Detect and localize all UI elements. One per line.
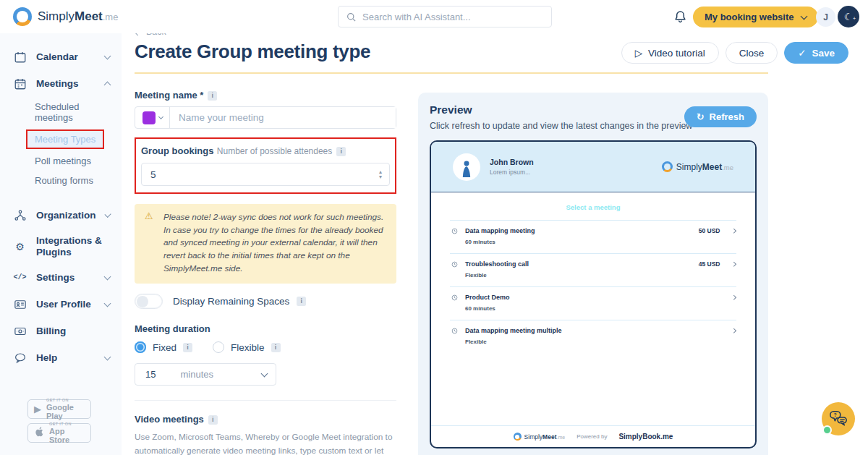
refresh-button[interactable]: ↻Refresh [684, 106, 757, 127]
radio-unselected-icon [213, 341, 224, 353]
close-button[interactable]: Close [726, 42, 778, 64]
info-icon[interactable]: i [208, 415, 218, 425]
booking-page-preview: John Brown Lorem ipsum... SimplyMeet.me … [430, 140, 757, 448]
sidebar-item-poll-meetings[interactable]: Poll meetings [0, 151, 122, 171]
remaining-spaces-row: Display Remaining Spaces i [135, 294, 396, 309]
toggle-label: Display Remaining Spaces [173, 296, 289, 307]
info-icon[interactable]: i [336, 147, 346, 156]
id-card-icon [13, 297, 27, 311]
footer-simplymeet-logo: SimplyMeet.me [514, 433, 566, 441]
notifications-bell-icon[interactable] [673, 9, 688, 27]
host-name: John Brown [490, 158, 534, 166]
meeting-name-input[interactable] [170, 107, 396, 128]
sidebar-item-routing-forms[interactable]: Routing forms [0, 171, 122, 190]
app-logo: SimplyMeet.me [13, 7, 118, 26]
sidebar-item-meeting-types-active[interactable]: Meeting Types [26, 129, 104, 149]
simplymeet-logo-icon [662, 161, 673, 172]
apple-icon [34, 426, 44, 441]
my-booking-website-button[interactable]: My booking website [693, 7, 818, 27]
clock-icon [451, 294, 458, 301]
clock-icon [451, 328, 458, 334]
help-chat-icon [13, 351, 27, 365]
info-icon[interactable]: i [297, 297, 306, 306]
app-root: SimplyMeet.me My booking website J ☾+ Ca… [0, 0, 868, 455]
preview-meeting-row[interactable]: Data mapping meeting multiple Flexible [450, 320, 736, 353]
clock-icon [451, 261, 458, 268]
code-icon: </> [13, 271, 27, 284]
chevron-down-icon [104, 52, 111, 59]
simplymeet-logo-text: SimplyMeet.me [38, 9, 118, 24]
live-chat-widget[interactable]: ? [822, 402, 855, 435]
search-icon [346, 12, 357, 22]
info-icon[interactable]: i [271, 343, 281, 352]
chevron-right-icon [731, 328, 736, 333]
preview-simplymeet-logo: SimplyMeet.me [662, 161, 733, 172]
search-input[interactable] [362, 12, 544, 22]
preview-meeting-row[interactable]: Troubleshooting call 45 USD Flexible [450, 253, 736, 286]
refresh-icon: ↻ [697, 111, 705, 122]
page-title: Create Group meeting type [135, 41, 370, 63]
check-icon: ✓ [798, 47, 806, 59]
sidebar-item-organization[interactable]: Organization [0, 202, 122, 229]
gears-icon: ⚙ [13, 239, 27, 253]
group-bookings-label: Group bookings Number of possible attend… [141, 144, 390, 157]
save-button[interactable]: ✓Save [784, 42, 848, 64]
app-store-badge[interactable]: GET IT ONApp Store [27, 423, 91, 443]
sidebar-item-meetings[interactable]: Meetings [0, 70, 122, 97]
sidebar-item-scheduled-meetings[interactable]: Scheduled meetings [0, 97, 122, 127]
google-play-icon: ▶ [34, 404, 41, 414]
chevron-up-icon [104, 82, 111, 89]
sidebar-item-settings[interactable]: </> Settings [0, 264, 122, 291]
preview-header: John Brown Lorem ipsum... SimplyMeet.me [431, 142, 755, 192]
sidebar-item-integrations[interactable]: ⚙ Integrations & Plugins [0, 229, 122, 264]
duration-select[interactable]: 15 minutes [135, 363, 276, 386]
select-meeting-label: Select a meeting [431, 203, 755, 211]
page-actions: ▷Video tutorial Close ✓Save [621, 42, 848, 64]
meeting-form: Meeting name *i Group bookings Number of… [135, 90, 396, 455]
chevron-down-icon [800, 12, 807, 20]
attendees-number-input[interactable] [150, 169, 194, 180]
meeting-name-label: Meeting name *i [135, 90, 396, 101]
radio-selected-icon [135, 341, 146, 353]
preview-meeting-row[interactable]: Data mapping meeting 50 USD 60 minutes [450, 220, 736, 253]
top-header: SimplyMeet.me My booking website J ☾+ [0, 0, 868, 33]
sidebar-item-help[interactable]: Help [0, 344, 122, 371]
radio-flexible[interactable]: Flexiblei [213, 341, 281, 353]
chevron-right-icon [731, 229, 736, 233]
simplymeet-logo-icon [514, 433, 522, 441]
radio-fixed[interactable]: Fixedi [135, 341, 192, 353]
host-avatar [453, 153, 480, 181]
duration-type-radios: Fixedi Flexiblei [135, 341, 396, 353]
sidebar: Calendar Meetings Scheduled meetings Mee… [0, 33, 122, 455]
section-divider [135, 400, 396, 401]
user-avatar[interactable]: J [816, 7, 835, 27]
money-icon [13, 324, 27, 338]
display-remaining-spaces-toggle[interactable] [135, 294, 163, 309]
ai-search-bar[interactable] [338, 6, 552, 27]
meetings-icon [13, 77, 27, 90]
chevron-right-icon [731, 262, 736, 266]
color-swatch [142, 111, 156, 124]
info-icon[interactable]: i [208, 91, 217, 101]
color-picker-dropdown[interactable] [135, 107, 170, 128]
meeting-name-field [135, 106, 396, 129]
moon-icon: ☾ [844, 11, 854, 22]
chevron-down-icon [261, 370, 268, 377]
number-stepper[interactable]: ▴▾ [379, 169, 382, 179]
video-tutorial-button[interactable]: ▷Video tutorial [621, 42, 719, 64]
sidebar-item-billing[interactable]: Billing [0, 318, 122, 344]
sidebar-item-calendar[interactable]: Calendar [0, 43, 122, 70]
info-icon[interactable]: i [183, 343, 192, 352]
sync-warning-note: ⚠ Please note! 2-way sync does not work … [135, 204, 396, 284]
dark-mode-toggle[interactable]: ☾+ [838, 6, 859, 27]
warning-icon: ⚠ [145, 211, 153, 221]
preview-meeting-row[interactable]: Product Demo 60 minutes [450, 286, 736, 320]
powered-by-label: Powered by [576, 433, 607, 440]
attendees-number-field: ▴▾ [141, 163, 390, 186]
google-play-badge[interactable]: ▶ GET IT ONGoogle Play [27, 399, 91, 419]
chat-bubbles-icon: ? [827, 409, 849, 428]
group-bookings-annotation-box: Group bookings Number of possible attend… [135, 137, 396, 194]
video-meetings-description: Use Zoom, Microsoft Teams, Whereby or Go… [135, 430, 396, 455]
sidebar-item-user-profile[interactable]: User Profile [0, 291, 122, 318]
host-tagline: Lorem ipsum... [490, 169, 534, 176]
